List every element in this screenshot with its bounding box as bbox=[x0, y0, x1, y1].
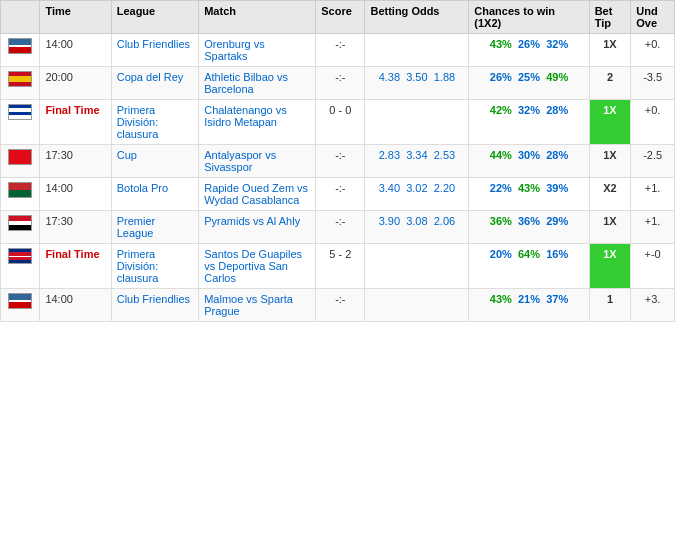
under-over-cell: +-0 bbox=[631, 244, 675, 289]
odds-cell bbox=[365, 244, 469, 289]
flag-cell bbox=[1, 289, 40, 322]
score-cell: 0 - 0 bbox=[316, 100, 365, 145]
table-row: 14:00 Club Friendlies Orenburg vs Sparta… bbox=[1, 34, 675, 67]
time-cell: 20:00 bbox=[40, 67, 111, 100]
table-row: 14:00 Botola Pro Rapide Oued Zem vs Wyda… bbox=[1, 178, 675, 211]
odds-cell: 3.90 3.08 2.06 bbox=[365, 211, 469, 244]
flag-cell bbox=[1, 34, 40, 67]
match-cell[interactable]: Rapide Oued Zem vs Wydad Casablanca bbox=[199, 178, 316, 211]
match-cell[interactable]: Pyramids vs Al Ahly bbox=[199, 211, 316, 244]
match-cell[interactable]: Orenburg vs Spartaks bbox=[199, 34, 316, 67]
bet-tip-cell: 1X bbox=[589, 211, 631, 244]
league-cell[interactable]: Cup bbox=[111, 145, 199, 178]
score-cell: -:- bbox=[316, 34, 365, 67]
time-cell: 17:30 bbox=[40, 211, 111, 244]
table-row: Final Time Primera División: clausura Ch… bbox=[1, 100, 675, 145]
table-row: 17:30 Cup Antalyaspor vs Sivasspor -:- 2… bbox=[1, 145, 675, 178]
league-cell[interactable]: Club Friendlies bbox=[111, 34, 199, 67]
bet-tip-cell: X2 bbox=[589, 178, 631, 211]
score-header: Score bbox=[316, 1, 365, 34]
league-header: League bbox=[111, 1, 199, 34]
league-cell[interactable]: Premier League bbox=[111, 211, 199, 244]
under-over-cell: +3. bbox=[631, 289, 675, 322]
time-header: Time bbox=[40, 1, 111, 34]
chances-cell: 36% 36% 29% bbox=[469, 211, 589, 244]
time-cell: Final Time bbox=[40, 244, 111, 289]
match-cell[interactable]: Antalyaspor vs Sivasspor bbox=[199, 145, 316, 178]
score-cell: 5 - 2 bbox=[316, 244, 365, 289]
table-row: 14:00 Club Friendlies Malmoe vs Sparta P… bbox=[1, 289, 675, 322]
match-header: Match bbox=[199, 1, 316, 34]
chances-cell: 22% 43% 39% bbox=[469, 178, 589, 211]
under-over-cell: -2.5 bbox=[631, 145, 675, 178]
odds-cell bbox=[365, 100, 469, 145]
betting-odds-header: Betting Odds bbox=[365, 1, 469, 34]
odds-cell: 3.40 3.02 2.20 bbox=[365, 178, 469, 211]
chances-cell: 44% 30% 28% bbox=[469, 145, 589, 178]
bet-tip-header: Bet Tip bbox=[589, 1, 631, 34]
match-cell[interactable]: Malmoe vs Sparta Prague bbox=[199, 289, 316, 322]
time-cell: 14:00 bbox=[40, 289, 111, 322]
time-cell: 17:30 bbox=[40, 145, 111, 178]
league-cell[interactable]: Primera División: clausura bbox=[111, 100, 199, 145]
bet-tip-cell: 1X bbox=[589, 100, 631, 145]
table-row: 20:00 Copa del Rey Athletic Bilbao vs Ba… bbox=[1, 67, 675, 100]
flag-header bbox=[1, 1, 40, 34]
chances-cell: 43% 26% 32% bbox=[469, 34, 589, 67]
bet-tip-cell: 1X bbox=[589, 34, 631, 67]
table-row: Final Time Primera División: clausura Sa… bbox=[1, 244, 675, 289]
odds-cell bbox=[365, 34, 469, 67]
under-over-cell: +0. bbox=[631, 34, 675, 67]
odds-cell bbox=[365, 289, 469, 322]
league-cell[interactable]: Club Friendlies bbox=[111, 289, 199, 322]
score-cell: -:- bbox=[316, 211, 365, 244]
time-cell: 14:00 bbox=[40, 178, 111, 211]
table-row: 17:30 Premier League Pyramids vs Al Ahly… bbox=[1, 211, 675, 244]
flag-cell bbox=[1, 211, 40, 244]
flag-cell bbox=[1, 145, 40, 178]
chances-cell: 20% 64% 16% bbox=[469, 244, 589, 289]
odds-cell: 2.83 3.34 2.53 bbox=[365, 145, 469, 178]
bet-tip-cell: 1X bbox=[589, 145, 631, 178]
chances-cell: 42% 32% 28% bbox=[469, 100, 589, 145]
league-cell[interactable]: Copa del Rey bbox=[111, 67, 199, 100]
flag-cell bbox=[1, 100, 40, 145]
score-cell: -:- bbox=[316, 67, 365, 100]
time-cell: 14:00 bbox=[40, 34, 111, 67]
league-cell[interactable]: Botola Pro bbox=[111, 178, 199, 211]
chances-cell: 26% 25% 49% bbox=[469, 67, 589, 100]
under-over-cell: -3.5 bbox=[631, 67, 675, 100]
bet-tip-cell: 2 bbox=[589, 67, 631, 100]
under-over-cell: +1. bbox=[631, 178, 675, 211]
chances-cell: 43% 21% 37% bbox=[469, 289, 589, 322]
match-cell[interactable]: Athletic Bilbao vs Barcelona bbox=[199, 67, 316, 100]
score-cell: -:- bbox=[316, 178, 365, 211]
time-cell: Final Time bbox=[40, 100, 111, 145]
chances-header: Chances to win (1X2) bbox=[469, 1, 589, 34]
league-cell[interactable]: Primera División: clausura bbox=[111, 244, 199, 289]
under-over-cell: +0. bbox=[631, 100, 675, 145]
score-cell: -:- bbox=[316, 145, 365, 178]
bet-tip-cell: 1 bbox=[589, 289, 631, 322]
flag-cell bbox=[1, 178, 40, 211]
match-cell[interactable]: Santos De Guapiles vs Deportiva San Carl… bbox=[199, 244, 316, 289]
under-over-header: Und Ove bbox=[631, 1, 675, 34]
score-cell: -:- bbox=[316, 289, 365, 322]
bet-tip-cell: 1X bbox=[589, 244, 631, 289]
flag-cell bbox=[1, 244, 40, 289]
odds-cell: 4.38 3.50 1.88 bbox=[365, 67, 469, 100]
under-over-cell: +1. bbox=[631, 211, 675, 244]
flag-cell bbox=[1, 67, 40, 100]
match-cell[interactable]: Chalatenango vs Isidro Metapan bbox=[199, 100, 316, 145]
